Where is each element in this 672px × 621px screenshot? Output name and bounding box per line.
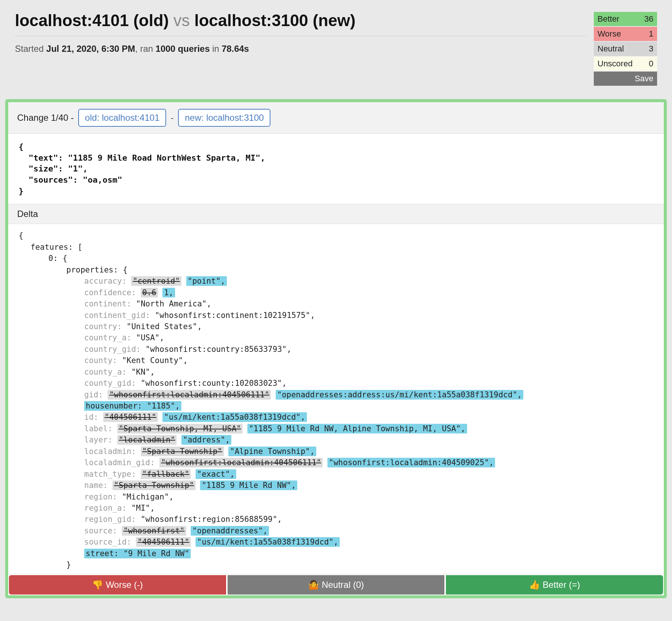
shrug-icon: 🤷 <box>308 580 319 590</box>
page-title: localhost:4101 (old) vs localhost:3100 (… <box>15 11 586 30</box>
score-label: Better <box>594 12 639 26</box>
score-row-worse[interactable]: Worse 1 <box>594 27 657 41</box>
delta-properties: properties: { <box>19 264 653 275</box>
score-label: Unscored <box>594 57 639 71</box>
query-line: { <box>19 141 653 152</box>
diff-unchanged: "Kent County", <box>122 356 188 365</box>
diff-key: layer: <box>84 435 117 444</box>
query-line: "sources": "oa,osm" <box>19 174 653 186</box>
diff-unchanged: "whosonfirst:region:85688599", <box>141 515 282 524</box>
delta-row: region_gid: "whosonfirst:region:85688599… <box>19 514 653 525</box>
diff-unchanged: "United States", <box>127 322 202 331</box>
diff-key: name: <box>84 481 112 490</box>
score-row-neutral[interactable]: Neutral 3 <box>594 42 657 56</box>
vote-label: Better (=) <box>540 580 580 590</box>
diff-key: confidence: <box>84 288 141 297</box>
delta-row: layer: "localadmin" "address", <box>19 434 653 445</box>
diff-key: source: <box>84 526 122 535</box>
score-label: Worse <box>594 27 639 41</box>
diff-added: "us/mi/kent:1a55a038f1319dcd", <box>162 412 307 422</box>
vote-worse-button[interactable]: 👎 Worse (-) <box>9 575 226 595</box>
delta-open: { <box>19 230 653 241</box>
score-row-unscored[interactable]: Unscored 0 <box>594 57 657 71</box>
change-card: Change 1/40 - old: localhost:4101 - new:… <box>5 99 667 598</box>
save-button[interactable]: Save <box>594 72 657 86</box>
diff-key: match_type: <box>84 470 141 479</box>
diff-key: continent: <box>84 299 136 308</box>
score-count: 36 <box>639 12 657 26</box>
run-timestamp: Jul 21, 2020, 6:30 PM <box>46 44 135 54</box>
diff-unchanged: "whosonfirst:country:85633793", <box>145 345 291 354</box>
delta-zero: 0: { <box>19 253 653 264</box>
diff-added: "Alpine Township", <box>228 447 316 456</box>
diff-added: 1, <box>162 288 175 297</box>
score-count: 1 <box>639 27 657 41</box>
score-summary: Better 36 Worse 1 Neutral 3 Unscored 0 S… <box>594 11 657 86</box>
diff-removed: "Sparta Township, MI, USA" <box>117 424 243 434</box>
delta-row: localadmin: "Sparta Township" "Alpine To… <box>19 446 653 457</box>
query-line: "text": "1185 9 Mile Road NorthWest Spar… <box>19 152 653 164</box>
score-count: 0 <box>639 57 657 71</box>
diff-removed: "centroid" <box>131 276 181 286</box>
diff-unchanged: "Michigan", <box>122 492 174 501</box>
vote-label: Neutral (0) <box>319 580 364 590</box>
diff-key: source_id: <box>84 538 136 546</box>
vote-neutral-button[interactable]: 🤷 Neutral (0) <box>228 575 445 595</box>
vote-better-button[interactable]: 👍 Better (=) <box>446 575 663 595</box>
diff-key: county_gid: <box>84 379 141 388</box>
score-label: Neutral <box>594 42 639 56</box>
diff-removed: "whosonfirst:localadmin:404506111" <box>159 458 323 467</box>
run-in: in <box>210 44 222 54</box>
delta-row: country_gid: "whosonfirst:country:856337… <box>19 344 653 355</box>
new-endpoint-button[interactable]: new: localhost:3100 <box>178 109 270 127</box>
delta-close: } <box>19 559 653 570</box>
diff-unchanged: "MI", <box>131 504 155 513</box>
diff-added: "openaddresses:address:us/mi/kent:1a55a0… <box>276 390 523 400</box>
diff-key: region_a: <box>84 504 131 513</box>
delta-heading: Delta <box>8 204 664 224</box>
delta-row: localadmin_gid: "whosonfirst:localadmin:… <box>19 457 653 468</box>
delta-row: street: "9 Mile Rd NW" <box>19 548 653 559</box>
diff-unchanged: "whosonfirst:continent:102191575", <box>155 311 315 320</box>
diff-key: county: <box>84 356 122 365</box>
delta-row: region: "Michigan", <box>19 491 653 502</box>
diff-key: country: <box>84 322 127 331</box>
thumbs-up-icon: 👍 <box>529 580 540 590</box>
diff-removed: "whosonfirst:localadmin:404506111" <box>108 390 271 400</box>
vote-bar: 👎 Worse (-) 🤷 Neutral (0) 👍 Better (=) <box>8 574 664 595</box>
diff-key: region_gid: <box>84 515 141 524</box>
diff-unchanged: "whosonfirst:county:102083023", <box>141 379 287 388</box>
diff-key: id: <box>84 413 103 422</box>
score-row-better[interactable]: Better 36 <box>594 12 657 26</box>
diff-added: "address", <box>181 435 231 445</box>
run-mid: , ran <box>135 44 156 54</box>
delta-row: county: "Kent County", <box>19 355 653 366</box>
diff-removed: "localadmin" <box>117 435 177 445</box>
diff-key: accuracy: <box>84 277 131 286</box>
run-queries: 1000 queries <box>156 44 210 54</box>
diff-added-line: housenumber: "1185", <box>84 401 181 411</box>
delta-features: features: [ <box>19 242 653 253</box>
diff-removed: "Sparta Township" <box>141 447 224 456</box>
diff-key: gid: <box>84 390 108 399</box>
diff-unchanged: "North America", <box>136 299 211 308</box>
run-prefix: Started <box>15 44 46 54</box>
diff-removed: "404506111" <box>136 537 191 547</box>
score-count: 3 <box>639 42 657 56</box>
diff-added: "openaddresses", <box>191 526 269 536</box>
diff-key: localadmin: <box>84 447 141 456</box>
delta-row: name: "Sparta Township" "1185 9 Mile Rd … <box>19 480 653 491</box>
card-header: Change 1/40 - old: localhost:4101 - new:… <box>8 102 664 134</box>
diff-removed: "404506111" <box>103 412 158 422</box>
diff-removed: 0.6 <box>141 288 158 297</box>
diff-unchanged: "KN", <box>131 368 155 376</box>
change-counter: Change 1/40 - <box>17 113 74 123</box>
diff-key: label: <box>84 424 117 433</box>
header-left: localhost:4101 (old) vs localhost:3100 (… <box>15 11 586 54</box>
diff-added: "1185 9 Mile Rd NW", <box>200 480 297 490</box>
old-endpoint-button[interactable]: old: localhost:4101 <box>78 109 166 127</box>
delta-row: source_id: "404506111" "us/mi/kent:1a55a… <box>19 536 653 548</box>
delta-row: continent: "North America", <box>19 298 653 309</box>
divider <box>15 36 586 36</box>
delta-row: county_a: "KN", <box>19 366 653 378</box>
